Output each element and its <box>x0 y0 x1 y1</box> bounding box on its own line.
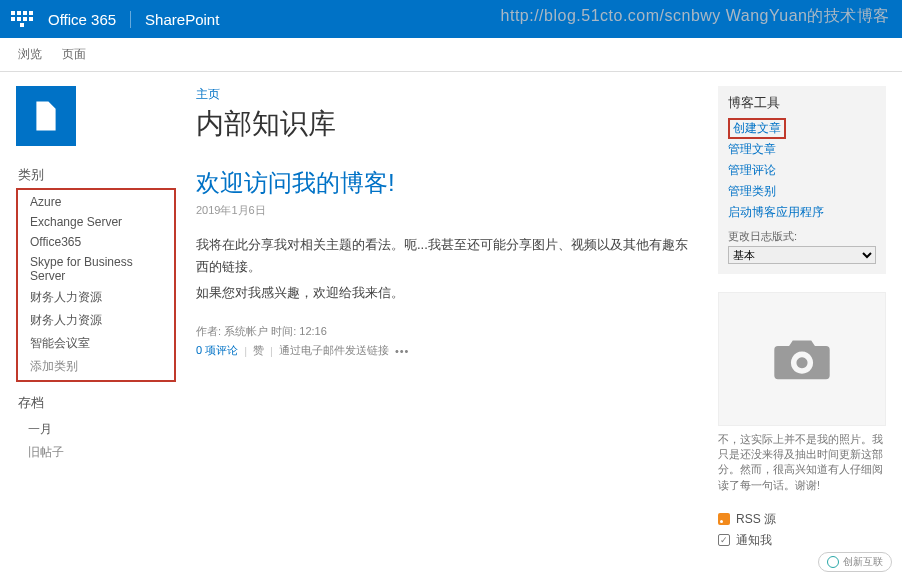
more-actions-icon[interactable]: ••• <box>395 345 410 357</box>
blog-tools-title: 博客工具 <box>728 94 876 112</box>
email-link-button[interactable]: 通过电子邮件发送链接 <box>279 343 389 358</box>
category-item[interactable]: 财务人力资源 <box>20 286 174 309</box>
comments-link[interactable]: 0 项评论 <box>196 343 238 358</box>
nav-archive-list: 一月 旧帖子 <box>16 416 176 466</box>
separator: | <box>270 345 273 357</box>
tool-item-launch-app[interactable]: 启动博客应用程序 <box>728 202 876 223</box>
tool-item-create[interactable]: 创建文章 <box>728 118 786 139</box>
app-launcher-icon[interactable] <box>10 7 34 31</box>
separator: | <box>244 345 247 357</box>
post-title: 欢迎访问我的博客! <box>196 167 698 199</box>
rss-link[interactable]: RSS 源 <box>718 509 886 530</box>
older-posts-link[interactable]: 旧帖子 <box>18 441 176 464</box>
category-item[interactable]: 财务人力资源 <box>20 309 174 332</box>
rss-icon <box>718 513 730 525</box>
post-actions: 0 项评论 | 赞 | 通过电子邮件发送链接 ••• <box>196 343 698 358</box>
category-item[interactable]: Skype for Business Server <box>20 252 174 286</box>
site-logo[interactable] <box>16 86 76 146</box>
category-item[interactable]: 智能会议室 <box>20 332 174 355</box>
tool-item-manage-categories[interactable]: 管理类别 <box>728 181 876 202</box>
suite-brand[interactable]: Office 365 <box>48 11 131 28</box>
tab-page[interactable]: 页面 <box>62 46 86 63</box>
suite-bar: Office 365 SharePoint <box>0 0 902 38</box>
layout-format-label: 更改日志版式: <box>728 229 876 244</box>
post-title-link[interactable]: 欢迎访问我的博客! <box>196 167 698 199</box>
nav-archive-title: 存档 <box>18 394 176 412</box>
page-title: 内部知识库 <box>196 105 698 143</box>
notify-link[interactable]: ✓ 通知我 <box>718 530 886 551</box>
rss-label: RSS 源 <box>736 511 776 528</box>
post-paragraph: 我将在此分享我对相关主题的看法。呃...我甚至还可能分享图片、视频以及其他有趣东… <box>196 234 698 278</box>
notify-label: 通知我 <box>736 532 772 549</box>
blog-tools-list: 创建文章 管理文章 管理评论 管理类别 启动博客应用程序 <box>728 118 876 223</box>
post-paragraph: 如果您对我感兴趣，欢迎给我来信。 <box>196 282 698 304</box>
category-item[interactable]: Exchange Server <box>20 212 174 232</box>
brand-badge-text: 创新互联 <box>843 555 883 569</box>
brand-badge: 创新互联 <box>818 552 892 572</box>
archive-item[interactable]: 一月 <box>18 418 176 441</box>
add-category-link[interactable]: 添加类别 <box>20 355 174 378</box>
post-date: 2019年1月6日 <box>196 203 698 218</box>
sharepoint-logo-icon <box>31 98 61 134</box>
about-photo-placeholder <box>718 292 886 426</box>
ribbon-tabs: 浏览 页面 <box>0 38 902 72</box>
brand-badge-icon <box>827 556 839 568</box>
notify-icon: ✓ <box>718 534 730 546</box>
blog-tools-panel: 博客工具 创建文章 管理文章 管理评论 管理类别 启动博客应用程序 更改日志版式… <box>718 86 886 274</box>
about-photo-caption: 不，这实际上并不是我的照片。我只是还没来得及抽出时间更新这部分。然而，很高兴知道… <box>718 432 886 493</box>
tool-item-manage-posts[interactable]: 管理文章 <box>728 139 876 160</box>
breadcrumb-home[interactable]: 主页 <box>196 87 220 101</box>
nav-categories-title: 类别 <box>18 166 176 184</box>
tab-browse[interactable]: 浏览 <box>18 46 42 63</box>
tool-item-manage-comments[interactable]: 管理评论 <box>728 160 876 181</box>
camera-icon <box>772 335 832 383</box>
nav-categories-list: Azure Exchange Server Office365 Skype fo… <box>16 188 176 382</box>
category-item[interactable]: Office365 <box>20 232 174 252</box>
category-item[interactable]: Azure <box>20 192 174 212</box>
post-body: 我将在此分享我对相关主题的看法。呃...我甚至还可能分享图片、视频以及其他有趣东… <box>196 234 698 304</box>
layout-format-select[interactable]: 基本 <box>728 246 876 264</box>
post-meta: 作者: 系统帐户 时间: 12:16 <box>196 324 698 339</box>
suite-app[interactable]: SharePoint <box>131 11 219 28</box>
like-button[interactable]: 赞 <box>253 343 264 358</box>
